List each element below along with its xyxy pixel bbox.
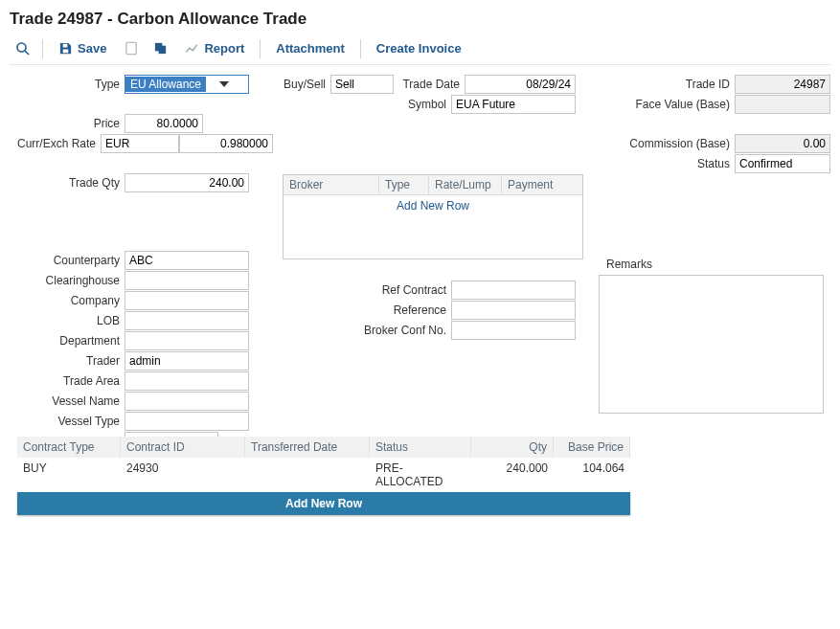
- buy-sell-label: Buy/Sell: [283, 78, 330, 91]
- svg-rect-2: [126, 42, 136, 54]
- right-column: Trade ID Face Value (Base) Commission (B…: [599, 75, 836, 416]
- ref-contract-label: Ref Contract: [283, 283, 451, 297]
- commission-field: [735, 134, 830, 153]
- lob-label: LOB: [17, 314, 125, 327]
- trade-qty-label: Trade Qty: [17, 176, 125, 190]
- type-value: EU Allowance: [125, 77, 206, 92]
- clearinghouse-field[interactable]: [125, 271, 249, 290]
- counterparty-field[interactable]: [125, 251, 249, 270]
- company-label: Company: [17, 294, 125, 307]
- remarks-field[interactable]: [599, 275, 824, 414]
- clearinghouse-label: Clearinghouse: [17, 274, 125, 287]
- page-title: Trade 24987 - Carbon Allowance Trade: [10, 10, 830, 29]
- col-base-price: Base Price: [554, 437, 630, 458]
- create-invoice-button[interactable]: Create Invoice: [367, 37, 471, 59]
- create-invoice-label: Create Invoice: [376, 41, 462, 56]
- price-label: Price: [17, 117, 125, 130]
- exch-rate-field[interactable]: [179, 134, 273, 153]
- broker-conf-label: Broker Conf No.: [283, 324, 451, 337]
- symbol-field[interactable]: [451, 95, 576, 114]
- svg-rect-4: [159, 46, 167, 54]
- col-contract-id: Contract ID: [121, 437, 245, 458]
- face-value-field: [735, 95, 830, 114]
- form-area: Type EU Allowance Price Curr/Exch Rate T…: [10, 75, 830, 629]
- contract-grid-header: Contract Type Contract ID Transferred Da…: [17, 437, 630, 458]
- mid-column: Buy/Sell Trade Date Symbol Broker Type R…: [283, 75, 589, 341]
- reference-field[interactable]: [451, 301, 576, 320]
- status-label: Status: [599, 157, 735, 170]
- cell-qty: 240.000: [471, 458, 554, 492]
- col-contract-type: Contract Type: [17, 437, 121, 458]
- broker-table-body: [284, 216, 582, 258]
- col-transferred-date: Transferred Date: [245, 437, 370, 458]
- price-field[interactable]: [125, 114, 203, 133]
- broker-col: Broker: [284, 175, 379, 195]
- col-qty: Qty: [471, 437, 554, 458]
- cell-contract-type: BUY: [17, 458, 121, 492]
- curr-exch-label: Curr/Exch Rate: [17, 137, 101, 150]
- broker-rate-col: Rate/Lump: [429, 175, 502, 195]
- vessel-type-field[interactable]: [125, 412, 249, 431]
- table-row[interactable]: BUY 24930 PRE-ALLOCATED 240.000 104.064: [17, 458, 630, 492]
- left-column: Type EU Allowance Price Curr/Exch Rate T…: [17, 75, 257, 452]
- save-icon: [58, 41, 73, 56]
- buy-sell-field[interactable]: [330, 75, 394, 94]
- broker-add-row[interactable]: Add New Row: [284, 195, 582, 216]
- lob-field[interactable]: [125, 311, 249, 330]
- vessel-name-label: Vessel Name: [17, 394, 125, 408]
- currency-field[interactable]: [101, 134, 179, 153]
- cell-transferred-date: [245, 458, 370, 492]
- reference-label: Reference: [283, 303, 451, 317]
- report-button[interactable]: Report: [175, 37, 254, 59]
- symbol-label: Symbol: [283, 98, 451, 111]
- face-value-label: Face Value (Base): [599, 98, 735, 111]
- trader-label: Trader: [17, 354, 125, 368]
- chart-icon: [185, 42, 199, 56]
- search-icon[interactable]: [10, 37, 36, 60]
- vessel-type-label: Vessel Type: [17, 415, 125, 428]
- type-dropdown[interactable]: EU Allowance: [125, 75, 249, 94]
- broker-conf-field[interactable]: [451, 321, 576, 340]
- contract-add-row[interactable]: Add New Row: [17, 492, 630, 515]
- col-status: Status: [370, 437, 471, 458]
- vessel-name-field[interactable]: [125, 392, 249, 411]
- ref-contract-field[interactable]: [451, 281, 576, 300]
- attachment-label: Attachment: [276, 41, 345, 56]
- broker-payment-col: Payment: [502, 175, 582, 195]
- trade-area-field[interactable]: [125, 371, 249, 391]
- broker-table-header: Broker Type Rate/Lump Payment: [284, 175, 582, 195]
- trader-field[interactable]: [125, 351, 249, 371]
- company-field[interactable]: [125, 291, 249, 310]
- counterparty-label: Counterparty: [17, 254, 125, 267]
- contract-grid: Contract Type Contract ID Transferred Da…: [17, 437, 630, 515]
- department-field[interactable]: [125, 331, 249, 350]
- type-label: Type: [17, 78, 125, 91]
- cell-base-price: 104.064: [554, 458, 630, 492]
- trade-qty-field[interactable]: [125, 173, 249, 192]
- trade-area-label: Trade Area: [17, 374, 125, 388]
- broker-table: Broker Type Rate/Lump Payment Add New Ro…: [283, 174, 583, 259]
- toolbar-divider: [360, 39, 361, 58]
- department-label: Department: [17, 334, 125, 348]
- cell-status: PRE-ALLOCATED: [370, 458, 471, 492]
- toolbar-divider: [42, 39, 43, 58]
- trade-id-label: Trade ID: [599, 78, 735, 91]
- toolbar-divider: [260, 39, 261, 58]
- toolbar: Save Report Attachment Create Invoice: [10, 36, 830, 65]
- note-icon[interactable]: [118, 37, 145, 60]
- remarks-label: Remarks: [606, 258, 657, 271]
- copy-icon[interactable]: [147, 37, 173, 60]
- chevron-down-icon: [219, 81, 229, 87]
- svg-point-0: [17, 43, 26, 52]
- svg-line-1: [25, 51, 29, 55]
- trade-date-label: Trade Date: [394, 78, 465, 91]
- trade-date-field[interactable]: [465, 75, 576, 94]
- attachment-button[interactable]: Attachment: [266, 37, 354, 59]
- status-field[interactable]: [735, 154, 830, 173]
- save-button[interactable]: Save: [49, 37, 116, 59]
- report-label: Report: [204, 41, 244, 56]
- cell-contract-id: 24930: [121, 458, 245, 492]
- commission-label: Commission (Base): [599, 137, 735, 150]
- save-label: Save: [78, 41, 106, 56]
- trade-id-field: [735, 75, 830, 94]
